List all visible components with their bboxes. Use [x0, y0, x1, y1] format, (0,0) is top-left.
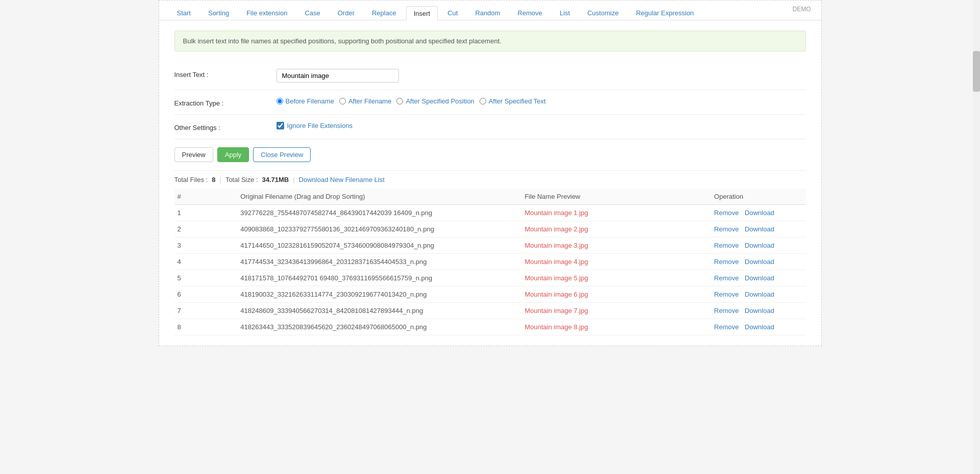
- ignore-extensions-checkbox[interactable]: [277, 122, 284, 129]
- cell-preview-5: Mountain image 5.jpg: [521, 270, 711, 286]
- table-header-row: # Original Filename (Drag and Drop Sorti…: [174, 189, 806, 205]
- tab-cut[interactable]: Cut: [440, 6, 465, 20]
- remove-link-3[interactable]: Remove: [714, 242, 739, 249]
- radio-before-filename-input[interactable]: [277, 98, 283, 104]
- cell-operation-4: Remove Download: [711, 254, 806, 270]
- cell-operation-7: Remove Download: [711, 303, 806, 319]
- main-container: DEMO Start Sorting File extension Case O…: [159, 0, 822, 346]
- total-size-value: 34.71MB: [262, 176, 289, 183]
- cell-operation-2: Remove Download: [711, 221, 806, 238]
- tab-random[interactable]: Random: [467, 6, 508, 20]
- content-area: Bulk insert text into file names at spec…: [159, 20, 821, 346]
- cell-num-6: 6: [174, 286, 238, 303]
- cell-num-8: 8: [174, 319, 238, 335]
- cell-num-7: 7: [174, 303, 238, 319]
- cell-operation-5: Remove Download: [711, 270, 806, 286]
- other-settings-controls: Ignore File Extensions: [277, 122, 806, 129]
- total-files-value: 8: [212, 176, 215, 183]
- cell-preview-3: Mountain image 3.jpg: [521, 238, 711, 254]
- download-link-5[interactable]: Download: [745, 274, 774, 282]
- cell-preview-8: Mountain image 8.jpg: [521, 319, 711, 335]
- other-settings-row: Other Settings : Ignore File Extensions: [174, 115, 806, 139]
- insert-text-controls: [277, 69, 806, 83]
- preview-button[interactable]: Preview: [174, 147, 213, 162]
- scrollbar-thumb[interactable]: [973, 51, 980, 92]
- cell-preview-7: Mountain image 7.jpg: [521, 303, 711, 319]
- download-link-7[interactable]: Download: [745, 307, 774, 314]
- tab-order[interactable]: Order: [330, 6, 362, 20]
- tab-remove[interactable]: Remove: [510, 6, 550, 20]
- table-row: 6 418190032_332162633114774_230309219677…: [174, 286, 806, 303]
- remove-link-5[interactable]: Remove: [714, 274, 739, 282]
- radio-before-filename-label: Before Filename: [286, 97, 334, 105]
- tab-file-extension[interactable]: File extension: [239, 6, 295, 20]
- radio-after-specified-text[interactable]: After Specified Text: [480, 97, 546, 105]
- cell-original-2: 409083868_10233792775580136_302146970936…: [237, 221, 521, 238]
- insert-text-input[interactable]: [277, 69, 399, 83]
- radio-after-specified-position-input[interactable]: [396, 98, 403, 104]
- ignore-extensions-checkbox-label[interactable]: Ignore File Extensions: [277, 122, 353, 129]
- cell-num-5: 5: [174, 270, 238, 286]
- remove-link-1[interactable]: Remove: [714, 209, 739, 217]
- radio-after-filename[interactable]: After Filename: [339, 97, 392, 105]
- ignore-extensions-label: Ignore File Extensions: [287, 122, 353, 129]
- tab-customize[interactable]: Customize: [580, 6, 626, 20]
- cell-original-5: 418171578_10764492701 69480_376931169556…: [237, 270, 521, 286]
- cell-num-1: 1: [174, 205, 238, 221]
- remove-link-2[interactable]: Remove: [714, 225, 739, 233]
- cell-operation-8: Remove Download: [711, 319, 806, 335]
- extraction-type-label: Extraction Type :: [174, 97, 277, 107]
- tab-start[interactable]: Start: [169, 6, 198, 20]
- cell-preview-1: Mountain image 1.jpg: [521, 205, 711, 221]
- tab-bar: Start Sorting File extension Case Order …: [159, 1, 821, 20]
- remove-link-4[interactable]: Remove: [714, 258, 739, 266]
- cell-num-3: 3: [174, 238, 238, 254]
- cell-operation-6: Remove Download: [711, 286, 806, 303]
- total-files-label: Total Files :: [174, 176, 208, 183]
- download-link-2[interactable]: Download: [745, 225, 774, 233]
- scrollbar-track[interactable]: [973, 0, 980, 346]
- insert-text-label: Insert Text :: [174, 69, 277, 78]
- tab-sorting[interactable]: Sorting: [200, 6, 237, 20]
- download-link-8[interactable]: Download: [745, 323, 774, 331]
- tab-insert[interactable]: Insert: [406, 6, 438, 20]
- cell-original-6: 418190032_332162633114774_23030921967740…: [237, 286, 521, 303]
- table-row: 3 417144650_10232816159052074_5734600908…: [174, 238, 806, 254]
- table-row: 5 418171578_10764492701 69480_3769311695…: [174, 270, 806, 286]
- col-header-operation: Operation: [711, 189, 806, 205]
- radio-after-specified-position[interactable]: After Specified Position: [396, 97, 474, 105]
- tab-case[interactable]: Case: [297, 6, 328, 20]
- radio-after-filename-label: After Filename: [348, 97, 392, 105]
- cell-original-7: 418248609_333940566270314_84208108142789…: [237, 303, 521, 319]
- radio-before-filename[interactable]: Before Filename: [277, 97, 334, 105]
- remove-link-6[interactable]: Remove: [714, 291, 739, 298]
- remove-link-8[interactable]: Remove: [714, 323, 739, 331]
- close-preview-button[interactable]: Close Preview: [253, 147, 311, 162]
- extraction-type-row: Extraction Type : Before Filename After …: [174, 90, 806, 115]
- other-settings-label: Other Settings :: [174, 122, 277, 131]
- info-box: Bulk insert text into file names at spec…: [174, 31, 806, 51]
- apply-button[interactable]: Apply: [217, 147, 249, 162]
- tab-regular-expression[interactable]: Regular Expression: [629, 6, 701, 20]
- download-list-link[interactable]: Download New Filename List: [299, 176, 385, 183]
- radio-after-specified-text-input[interactable]: [480, 98, 486, 104]
- download-link-6[interactable]: Download: [745, 291, 774, 298]
- col-header-original: Original Filename (Drag and Drop Sorting…: [237, 189, 521, 205]
- download-link-3[interactable]: Download: [745, 242, 774, 249]
- demo-label: DEMO: [793, 6, 811, 13]
- table-row: 2 409083868_10233792775580136_3021469709…: [174, 221, 806, 238]
- tab-replace[interactable]: Replace: [364, 6, 404, 20]
- radio-after-filename-input[interactable]: [339, 98, 346, 104]
- cell-preview-4: Mountain image 4.jpg: [521, 254, 711, 270]
- cell-original-8: 418263443_333520839645620_23602484970680…: [237, 319, 521, 335]
- table-row: 4 417744534_323436413996864_203128371635…: [174, 254, 806, 270]
- cell-original-1: 392776228_7554487074582744_8643901744203…: [237, 205, 521, 221]
- download-link-1[interactable]: Download: [745, 209, 774, 217]
- remove-link-7[interactable]: Remove: [714, 307, 739, 314]
- radio-after-specified-text-label: After Specified Text: [489, 97, 546, 105]
- tab-list[interactable]: List: [552, 6, 577, 20]
- cell-operation-1: Remove Download: [711, 205, 806, 221]
- action-buttons: Preview Apply Close Preview: [174, 139, 806, 170]
- table-row: 1 392776228_7554487074582744_86439017442…: [174, 205, 806, 221]
- download-link-4[interactable]: Download: [745, 258, 774, 266]
